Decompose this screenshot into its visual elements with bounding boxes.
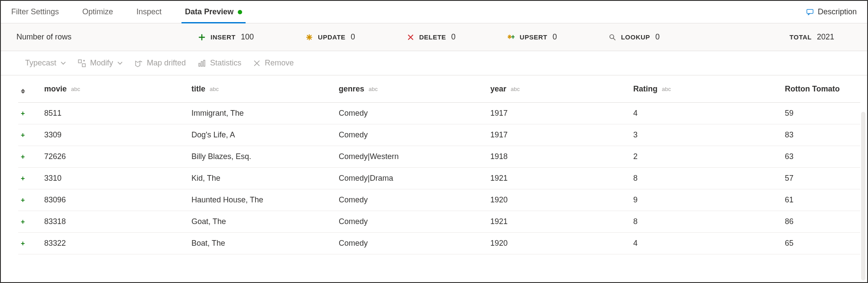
stat-update: UPDATE 0 [306, 33, 355, 42]
tab-label: Inspect [136, 7, 162, 16]
cell-title: Immigrant, The [189, 103, 336, 124]
cell-rt: 57 [782, 168, 860, 189]
column-header-genres[interactable]: genresabc [336, 75, 488, 103]
plus-icon: + [21, 110, 25, 117]
table-row[interactable]: +8511Immigrant, TheComedy1917459 [18, 103, 860, 124]
cell-genres: Comedy [336, 211, 488, 233]
plus-icon: + [21, 218, 25, 225]
cell-title: Kid, The [189, 168, 336, 189]
cell-genres: Comedy|Western [336, 146, 488, 168]
table-row[interactable]: +83318Goat, TheComedy1921886 [18, 211, 860, 233]
table-row[interactable]: +83322Boat, TheComedy1920465 [18, 233, 860, 254]
type-badge: abc [369, 86, 378, 92]
cell-rt: 63 [782, 146, 860, 168]
row-change-indicator: + [18, 211, 42, 233]
cell-genres: Comedy|Drama [336, 168, 488, 189]
stat-label: DELETE [419, 33, 446, 41]
tabs: Filter Settings Optimize Inspect Data Pr… [11, 1, 242, 23]
cell-rating: 4 [631, 103, 782, 124]
modify-icon [78, 59, 86, 67]
table-row[interactable]: +3309Dog's Life, AComedy1917383 [18, 124, 860, 146]
vertical-scrollbar[interactable] [861, 112, 865, 280]
plus-icon: + [21, 131, 25, 139]
cell-rt: 65 [782, 233, 860, 254]
tab-data-preview[interactable]: Data Preview [185, 1, 242, 23]
search-icon [609, 34, 616, 41]
column-header-rating[interactable]: Ratingabc [631, 75, 782, 103]
table-row[interactable]: +3310Kid, TheComedy|Drama1921857 [18, 168, 860, 189]
stats-row: Number of rows INSERT 100 UPDATE 0 DELET… [1, 23, 867, 51]
column-header-rt[interactable]: Rotton Tomato [782, 75, 860, 103]
stat-value: 0 [655, 33, 660, 42]
cell-genres: Comedy [336, 103, 488, 124]
cell-rating: 8 [631, 168, 782, 189]
tab-label: Optimize [82, 7, 113, 16]
stat-insert: INSERT 100 [198, 33, 254, 42]
chevron-down-icon [61, 62, 66, 65]
plus-icon: + [21, 240, 25, 247]
table-row[interactable]: +72626Billy Blazes, Esq.Comedy|Western19… [18, 146, 860, 168]
cell-movie: 8511 [42, 103, 189, 124]
svg-rect-0 [807, 9, 813, 13]
description-button[interactable]: Description [806, 7, 857, 16]
row-change-indicator: + [18, 233, 42, 254]
stat-value: 0 [553, 33, 557, 42]
column-header-title[interactable]: titleabc [189, 75, 336, 103]
chevron-down-icon [117, 62, 123, 65]
cell-title: Billy Blazes, Esq. [189, 146, 336, 168]
modify-button[interactable]: Modify [78, 59, 123, 68]
upsert-icon [508, 34, 515, 41]
stat-label: INSERT [211, 33, 236, 41]
column-name: title [191, 85, 205, 93]
cell-year: 1917 [488, 124, 631, 146]
table-row[interactable]: +83096Haunted House, TheComedy1920961 [18, 189, 860, 211]
tab-bar: Filter Settings Optimize Inspect Data Pr… [1, 1, 867, 23]
cell-genres: Comedy [336, 233, 488, 254]
cell-year: 1920 [488, 189, 631, 211]
tab-optimize[interactable]: Optimize [82, 1, 113, 23]
x-icon [253, 60, 260, 67]
stat-label: UPSERT [520, 33, 547, 41]
tab-filter-settings[interactable]: Filter Settings [11, 1, 59, 23]
stat-label: LOOKUP [621, 33, 650, 41]
cell-title: Boat, The [189, 233, 336, 254]
column-name: movie [44, 85, 67, 93]
column-toolbar: Typecast Modify Map drifted Statistics R… [1, 51, 867, 75]
stat-label: TOTAL [790, 33, 812, 41]
statistics-button[interactable]: Statistics [198, 59, 241, 68]
cell-rt: 61 [782, 189, 860, 211]
map-drifted-button[interactable]: Map drifted [135, 59, 186, 68]
tool-label: Modify [90, 59, 113, 68]
x-icon [407, 34, 414, 41]
map-drifted-icon [135, 59, 143, 67]
cell-rating: 4 [631, 233, 782, 254]
tool-label: Statistics [210, 59, 241, 68]
svg-rect-3 [82, 64, 85, 67]
tool-label: Remove [265, 59, 294, 68]
cell-title: Dog's Life, A [189, 124, 336, 146]
column-header-year[interactable]: yearabc [488, 75, 631, 103]
cell-movie: 83318 [42, 211, 189, 233]
tab-inspect[interactable]: Inspect [136, 1, 162, 23]
cell-rating: 9 [631, 189, 782, 211]
column-header-movie[interactable]: movieabc [42, 75, 189, 103]
tool-label: Map drifted [147, 59, 186, 68]
status-dot-icon [238, 10, 242, 14]
stat-label: UPDATE [318, 33, 346, 41]
svg-rect-4 [199, 63, 200, 66]
cell-genres: Comedy [336, 124, 488, 146]
cell-rt: 86 [782, 211, 860, 233]
type-badge: abc [71, 86, 80, 92]
cell-movie: 72626 [42, 146, 189, 168]
cell-year: 1917 [488, 103, 631, 124]
sort-icon [21, 89, 25, 94]
stat-delete: DELETE 0 [407, 33, 456, 42]
row-change-indicator: + [18, 103, 42, 124]
typecast-button[interactable]: Typecast [25, 59, 66, 68]
sort-column-button[interactable] [18, 75, 42, 103]
stat-value: 0 [351, 33, 355, 42]
svg-rect-2 [78, 60, 81, 63]
remove-button[interactable]: Remove [253, 59, 294, 68]
type-badge: abc [662, 86, 671, 92]
type-badge: abc [511, 86, 520, 92]
